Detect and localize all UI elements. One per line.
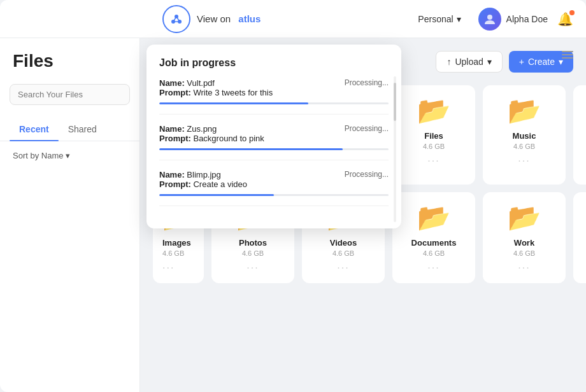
folder-icon: 📂 bbox=[417, 95, 450, 125]
view-toggle[interactable] bbox=[562, 51, 573, 59]
progress-bar bbox=[159, 102, 389, 104]
avatar-icon bbox=[483, 13, 496, 25]
upload-icon: ↑ bbox=[447, 57, 451, 67]
folder-name: Files bbox=[424, 131, 443, 141]
user-name: Alpha Doe bbox=[506, 14, 548, 24]
job-header: Name: Zus.png Prompt: Background to pink… bbox=[159, 124, 389, 143]
logo-circle[interactable] bbox=[162, 5, 190, 33]
folder-icon: 📂 bbox=[508, 202, 541, 232]
user-area: Alpha Doe bbox=[478, 8, 548, 31]
sort-chevron-icon: ▾ bbox=[66, 151, 70, 160]
upload-label: Upload bbox=[455, 57, 483, 67]
job-info: Name: Blimp.jpg Prompt: Create a video bbox=[159, 170, 338, 189]
create-plus-icon: + bbox=[519, 57, 524, 67]
job-name: Name: Zus.png bbox=[159, 124, 338, 134]
job-item-3: Name: Blimp.jpg Prompt: Create a video P… bbox=[159, 170, 389, 206]
navbar: View on atlus Personal ▾ Alpha Doe 🔔 bbox=[0, 0, 586, 38]
progress-fill bbox=[159, 148, 343, 150]
folder-menu-dots[interactable]: ··· bbox=[427, 155, 440, 167]
sort-label: Sort by Name bbox=[13, 151, 63, 160]
job-name: Name: Vult.pdf bbox=[159, 78, 338, 88]
job-prompt: Prompt: Background to pink bbox=[159, 134, 338, 143]
job-name: Name: Blimp.jpg bbox=[159, 170, 338, 179]
navbar-center: View on atlus bbox=[162, 5, 261, 33]
folder-name: Music bbox=[513, 131, 536, 141]
bell-area: 🔔 bbox=[557, 11, 573, 27]
personal-label: Personal bbox=[418, 14, 453, 24]
navbar-brand: View on atlus bbox=[197, 13, 261, 24]
folder-files[interactable]: 📂 Files 4.6 GB ··· bbox=[392, 85, 475, 185]
folder-size: 4.6 GB bbox=[242, 249, 264, 257]
job-status: Processing... bbox=[345, 124, 389, 133]
folder-sensitive[interactable]: 📂 Sensitive 4.6 GB ··· bbox=[573, 85, 586, 185]
navbar-right: Personal ▾ Alpha Doe 🔔 bbox=[410, 8, 573, 31]
page-title: Files bbox=[0, 51, 139, 84]
sort-row[interactable]: Sort by Name ▾ bbox=[0, 151, 139, 170]
folder-december[interactable]: 📂 December 4.6 GB ··· bbox=[573, 192, 586, 283]
progress-fill bbox=[159, 194, 274, 196]
tab-shared[interactable]: Shared bbox=[59, 118, 106, 141]
progress-bar bbox=[159, 194, 389, 196]
job-item-2: Name: Zus.png Prompt: Background to pink… bbox=[159, 124, 389, 160]
folder-menu-dots[interactable]: ··· bbox=[518, 262, 530, 274]
folder-icon: 📂 bbox=[417, 202, 450, 232]
folder-name: Images bbox=[162, 238, 191, 248]
progress-fill bbox=[159, 102, 308, 104]
create-label: Create bbox=[528, 57, 555, 67]
folder-work[interactable]: 📂 Work 4.6 GB ··· bbox=[483, 192, 566, 283]
folder-name: Photos bbox=[239, 238, 267, 248]
progress-bar bbox=[159, 148, 389, 150]
folder-icon-container: 📂 bbox=[417, 202, 450, 233]
folder-size: 4.6 GB bbox=[162, 249, 184, 257]
folder-size: 4.6 GB bbox=[513, 249, 535, 257]
folder-name: Documents bbox=[411, 238, 457, 248]
app-container: View on atlus Personal ▾ Alpha Doe 🔔 bbox=[0, 0, 586, 392]
job-item-1: Name: Vult.pdf Prompt: Write 3 tweets fo… bbox=[159, 78, 389, 115]
folder-music[interactable]: 📂 Music 4.6 GB ··· bbox=[483, 85, 566, 185]
personal-dropdown[interactable]: Personal ▾ bbox=[410, 10, 468, 28]
search-input[interactable] bbox=[10, 84, 130, 105]
upload-chevron-icon: ▾ bbox=[487, 57, 492, 67]
upload-button[interactable]: ↑ Upload ▾ bbox=[436, 51, 502, 73]
folder-icon: 📂 bbox=[508, 95, 541, 125]
job-header: Name: Blimp.jpg Prompt: Create a video P… bbox=[159, 170, 389, 189]
scrollbar-track bbox=[394, 76, 396, 222]
folder-size: 4.6 GB bbox=[423, 249, 445, 257]
popup-title: Job in progress bbox=[159, 57, 389, 69]
job-status: Processing... bbox=[345, 170, 389, 179]
job-prompt: Prompt: Create a video bbox=[159, 179, 338, 189]
sidebar: Files Recent Shared Sort by Name ▾ bbox=[0, 38, 140, 392]
scrollbar-thumb[interactable] bbox=[394, 83, 396, 121]
folder-size: 4.6 GB bbox=[332, 249, 354, 257]
avatar bbox=[478, 8, 501, 31]
folder-icon-container: 📂 bbox=[508, 95, 541, 126]
job-prompt: Prompt: Write 3 tweets for this bbox=[159, 88, 338, 97]
folder-documents[interactable]: 📂 Documents 4.6 GB ··· bbox=[392, 192, 475, 283]
folder-menu-dots[interactable]: ··· bbox=[337, 262, 349, 274]
folder-menu-dots[interactable]: ··· bbox=[427, 262, 440, 274]
folder-name: Videos bbox=[330, 238, 357, 248]
job-header: Name: Vult.pdf Prompt: Write 3 tweets fo… bbox=[159, 78, 389, 97]
bell-badge bbox=[569, 10, 575, 15]
svg-point-6 bbox=[487, 15, 492, 20]
folder-name: Work bbox=[514, 238, 534, 248]
folder-menu-dots[interactable]: ··· bbox=[518, 155, 530, 167]
tabs: Recent Shared bbox=[0, 118, 139, 141]
view-on-text: View on bbox=[197, 13, 231, 24]
job-progress-popup: Job in progress Name: Vult.pdf Prompt: W… bbox=[146, 45, 401, 228]
tab-recent[interactable]: Recent bbox=[10, 118, 59, 141]
folder-menu-dots[interactable]: ··· bbox=[247, 262, 259, 274]
job-info: Name: Vult.pdf Prompt: Write 3 tweets fo… bbox=[159, 78, 338, 97]
folder-menu-dots[interactable]: ··· bbox=[162, 262, 175, 274]
chevron-down-icon: ▾ bbox=[457, 14, 461, 24]
job-info: Name: Zus.png Prompt: Background to pink bbox=[159, 124, 338, 143]
folder-size: 4.6 GB bbox=[513, 143, 535, 150]
folder-icon-container: 📂 bbox=[417, 95, 450, 126]
job-status: Processing... bbox=[345, 78, 389, 87]
folder-icon-container: 📂 bbox=[508, 202, 541, 233]
atlus-text: atlus bbox=[238, 13, 261, 24]
folder-size: 4.6 GB bbox=[423, 143, 445, 150]
logo-icon bbox=[169, 11, 184, 27]
